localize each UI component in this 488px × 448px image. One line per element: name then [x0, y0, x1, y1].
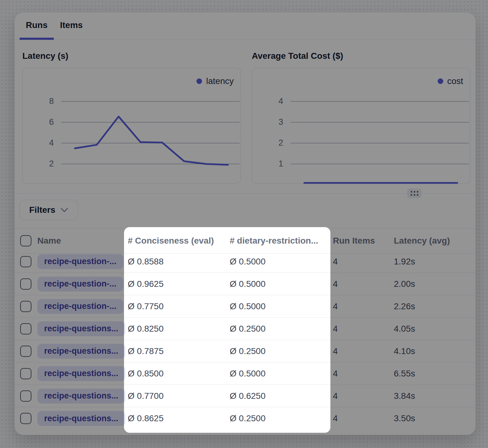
- y-axis-tick-label: 2: [23, 160, 54, 168]
- conciseness-score-cell: Ø 0.8588: [124, 250, 227, 273]
- run-name-cell: recipe-question-...: [37, 273, 124, 295]
- grip-dots-icon: [411, 191, 418, 196]
- conciseness-score-cell: Ø 0.9625: [124, 273, 227, 295]
- select-all-checkbox[interactable]: [20, 235, 31, 246]
- y-axis-tick-label: 8: [23, 97, 54, 105]
- run-items-cell: 4: [330, 362, 394, 385]
- latency-chart-title: Latency (s): [22, 51, 68, 61]
- filters-button[interactable]: Filters: [20, 200, 78, 220]
- section-divider: [15, 193, 476, 194]
- run-name-badge[interactable]: recipe-question-...: [37, 299, 123, 314]
- latency-avg-cell: 1.92s: [394, 250, 476, 273]
- run-name-badge[interactable]: recipe-questions...: [37, 366, 125, 381]
- y-axis-tick-label: 6: [23, 118, 54, 126]
- dietary-restriction-score-cell: Ø 0.5000: [227, 250, 330, 273]
- row-checkbox-cell: [15, 362, 37, 385]
- run-name-badge[interactable]: recipe-question-...: [37, 277, 123, 292]
- row-checkbox-cell: [15, 295, 37, 318]
- column-header-latency-avg: Latency (avg): [394, 228, 476, 254]
- run-items-cell: 4: [330, 250, 394, 273]
- cost-chart-legend: cost: [438, 76, 463, 86]
- run-name-cell: recipe-question-...: [37, 295, 124, 318]
- cost-legend-label: cost: [447, 76, 463, 86]
- row-checkbox-cell: [15, 340, 37, 362]
- run-items-cell: 4: [330, 340, 394, 362]
- row-checkbox[interactable]: [20, 413, 31, 424]
- row-checkbox[interactable]: [20, 390, 31, 402]
- resize-drag-handle[interactable]: [407, 189, 421, 198]
- latency-avg-cell: 4.05s: [394, 318, 476, 340]
- cost-chart-title: Average Total Cost ($): [252, 51, 343, 61]
- y-axis-tick-label: 3: [252, 118, 283, 126]
- row-checkbox-cell: [15, 385, 37, 407]
- run-name-badge[interactable]: recipe-questions...: [37, 411, 125, 426]
- conciseness-score-cell: Ø 0.7700: [124, 385, 227, 407]
- page: { "tabs": { "runs": "Runs", "items": "It…: [0, 0, 488, 448]
- row-checkbox-cell: [15, 407, 37, 430]
- row-checkbox-cell: [15, 318, 37, 340]
- run-name-badge[interactable]: recipe-questions...: [37, 389, 125, 404]
- charts-section: Latency (s) Average Total Cost ($) laten…: [15, 40, 476, 193]
- run-name-badge[interactable]: recipe-question-...: [37, 254, 123, 269]
- latency-avg-cell: 3.84s: [394, 385, 476, 407]
- column-header-name: Name: [37, 228, 124, 254]
- cost-legend-dot-icon: [438, 78, 443, 84]
- run-items-cell: 4: [330, 385, 394, 407]
- dietary-restriction-score-cell: Ø 0.6250: [227, 385, 330, 407]
- dietary-restriction-score-cell: Ø 0.2500: [227, 318, 330, 340]
- conciseness-score-cell: Ø 0.7750: [124, 295, 227, 318]
- filters-button-label: Filters: [29, 205, 55, 215]
- conciseness-score-cell: Ø 0.7875: [124, 340, 227, 362]
- run-name-cell: recipe-question-...: [37, 250, 124, 273]
- row-checkbox[interactable]: [20, 301, 31, 312]
- row-checkbox[interactable]: [20, 368, 31, 379]
- tabs-bar: Runs Items: [15, 12, 476, 40]
- run-name-badge[interactable]: recipe-questions...: [37, 344, 125, 359]
- latency-chart-legend: latency: [196, 76, 234, 86]
- dietary-restriction-score-cell: Ø 0.2500: [227, 407, 330, 430]
- run-items-cell: 4: [330, 407, 394, 430]
- latency-avg-cell: 2.00s: [394, 273, 476, 295]
- header-checkbox-cell: [15, 228, 37, 254]
- tab-runs[interactable]: Runs: [20, 12, 54, 40]
- run-items-cell: 4: [330, 295, 394, 318]
- row-checkbox[interactable]: [20, 323, 31, 334]
- run-name-cell: recipe-questions...: [37, 340, 124, 362]
- latency-avg-cell: 6.55s: [394, 362, 476, 385]
- run-name-cell: recipe-questions...: [37, 362, 124, 385]
- dietary-restriction-score-cell: Ø 0.5000: [227, 273, 330, 295]
- column-header-dietary-restriction: # dietary-restriction...: [227, 228, 330, 254]
- run-name-badge[interactable]: recipe-questions...: [37, 321, 125, 336]
- row-checkbox[interactable]: [20, 278, 31, 290]
- y-axis-tick-label: 4: [23, 139, 54, 147]
- column-header-conciseness: # Conciseness (eval): [124, 228, 227, 254]
- latency-legend-dot-icon: [196, 78, 202, 84]
- row-checkbox[interactable]: [20, 256, 31, 267]
- tab-items[interactable]: Items: [54, 12, 89, 40]
- latency-legend-label: latency: [206, 76, 234, 86]
- y-axis-tick-label: 4: [252, 97, 283, 105]
- dietary-restriction-score-cell: Ø 0.2500: [227, 340, 330, 362]
- run-items-cell: 4: [330, 273, 394, 295]
- conciseness-score-cell: Ø 0.8250: [124, 318, 227, 340]
- run-name-cell: recipe-questions...: [37, 385, 124, 407]
- latency-avg-cell: 4.10s: [394, 340, 476, 362]
- conciseness-score-cell: Ø 0.8500: [124, 362, 227, 385]
- dietary-restriction-score-cell: Ø 0.5000: [227, 295, 330, 318]
- runs-panel: Runs Items Latency (s) Average Total Cos…: [15, 12, 476, 435]
- latency-line-series: [75, 117, 228, 165]
- chevron-down-icon: [60, 208, 68, 212]
- latency-avg-cell: 2.26s: [394, 295, 476, 318]
- dietary-restriction-score-cell: Ø 0.5000: [227, 362, 330, 385]
- row-checkbox-cell: [15, 250, 37, 273]
- y-axis-tick-label: 2: [252, 139, 283, 147]
- run-name-cell: recipe-questions...: [37, 318, 124, 340]
- run-items-cell: 4: [330, 318, 394, 340]
- runs-table: Name # Conciseness (eval) # dietary-rest…: [15, 228, 476, 435]
- y-axis-tick-label: 1: [252, 160, 283, 168]
- run-name-cell: recipe-questions...: [37, 407, 124, 430]
- conciseness-score-cell: Ø 0.8625: [124, 407, 227, 430]
- row-checkbox[interactable]: [20, 346, 31, 357]
- column-header-run-items: Run Items: [330, 228, 394, 254]
- cost-chart: cost 1234: [252, 68, 470, 184]
